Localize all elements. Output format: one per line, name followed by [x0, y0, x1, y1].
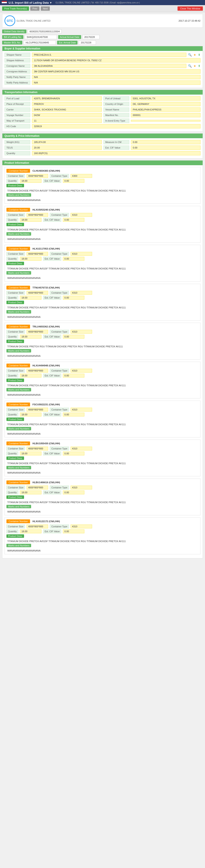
buyer-supplier-header: Buyer & Supplier Information	[2, 46, 203, 51]
c-size-value-8: 4000*800*800	[27, 446, 48, 451]
desc-text-8: TITANIUM DIOXIDE PRETOX AV015F TITANIUM …	[6, 462, 199, 465]
bol-value: SHKQ20191407500	[25, 35, 57, 39]
port-unlead-value: 5301, HOUSTON, TX	[131, 96, 201, 101]
star-icon[interactable]: ★	[194, 53, 196, 57]
c-cif-label-10: Est. CIF Value	[43, 529, 61, 533]
container-block-6: Container Number HLXU4494948 (CN/L/HH) C…	[4, 362, 201, 399]
product-desc-btn-4[interactable]: Product Desc	[6, 301, 24, 304]
consignee-name-row: Consignee Name 3M ALEXANDRIA 🔍 ★ ⬆	[4, 64, 201, 68]
product-desc-btn-1[interactable]: Product Desc	[6, 184, 24, 187]
c-type-value-1: 4300	[71, 174, 92, 178]
marks-btn-9[interactable]: Marks and Numbers	[6, 505, 31, 508]
container-num-value-3: HLXU2117053 (CN/L/HH)	[32, 247, 60, 250]
teus-cif-row: TEUS 20.00 Est. CIF Value 0.00	[4, 146, 201, 150]
close-button[interactable]: Close This Window	[178, 6, 203, 11]
actual-arrival-value: 20170228	[82, 35, 100, 39]
c-qty-label-9: Quantity	[6, 491, 18, 494]
product-desc-btn-9[interactable]: Product Desc	[6, 495, 24, 499]
product-desc-btn-6[interactable]: Product Desc	[6, 379, 24, 382]
consignee-search-icon[interactable]: 🔍	[188, 64, 192, 68]
logo-circle: GTC	[4, 16, 15, 26]
carrier-value: SHKK, SCHOEKS TRUCKING	[32, 107, 102, 112]
transportation-body: Port of Load 42875, BREMERHAVEN Port of …	[2, 95, 203, 131]
product-desc-btn-3[interactable]: Product Desc	[6, 262, 24, 265]
container-size-type-row-4: Container Size 4000*800*800 Container Ty…	[6, 291, 199, 295]
top-bar-subtitle: GLOBAL TRADE ONLINE LIMITED | Tel: 400-7…	[55, 1, 140, 4]
marks-text-3: WANANANANANANANANANA	[6, 276, 199, 280]
product-desc-btn-10[interactable]: Product Desc	[6, 534, 24, 538]
top-bar: U.S. Import Bill of Lading Data ▼ GLOBAL…	[0, 0, 205, 5]
measure-value: 0.00	[131, 140, 201, 144]
c-cif-label-3: Est. CIF Value	[43, 257, 61, 261]
c-cif-value-3: 0.00	[63, 257, 84, 261]
desc-text-9: TITANIUM DIOXIDE PRETOX AV015F TITANIUM …	[6, 501, 199, 504]
product-desc-btn-8[interactable]: Product Desc	[6, 457, 24, 460]
consignee-name-label: Consignee Name	[4, 64, 30, 68]
marks-text-7: WANANANANANANANANANA	[6, 432, 199, 435]
container-num-label-9: Container Number	[6, 480, 30, 484]
est-arrival-label: Est. Arrival Date	[57, 41, 77, 44]
c-type-value-6: 4310	[71, 369, 92, 373]
c-size-label-3: Container Size	[6, 252, 25, 256]
c-size-value-6: 4000*800*800	[27, 369, 48, 373]
marks-btn-3[interactable]: Marks and Numbers	[6, 271, 31, 275]
c-type-label-8: Container Type	[50, 446, 69, 451]
product-desc-btn-5[interactable]: Product Desc	[6, 340, 24, 343]
marks-btn-7[interactable]: Marks and Numbers	[6, 427, 31, 430]
c-size-label-10: Container Size	[6, 525, 25, 528]
carrier-vessel-row: Carrier SHKK, SCHOEKS TRUCKING Vessel Na…	[4, 107, 201, 112]
consignee-star-icon[interactable]: ★	[194, 64, 196, 68]
product-desc-btn-2[interactable]: Product Desc	[6, 223, 24, 226]
marks-text-10: WANANANANANANANANANA	[6, 549, 199, 552]
marks-text-9: WANANANANANANANANANA	[6, 510, 199, 514]
c-qty-label-10: Quantity	[6, 529, 18, 533]
c-type-value-9: 4310	[71, 486, 92, 489]
search-icon[interactable]: 🔍	[188, 53, 192, 57]
print-button[interactable]: Print Trade Record(s)	[2, 6, 29, 11]
notify-party-label: Notify Party Name	[4, 75, 30, 79]
c-type-label-1: Container Type	[50, 174, 69, 178]
consignee-upload-icon[interactable]: ⬆	[198, 64, 201, 68]
container-block-10: Container Number HLXU5122172 (CN/L/HH) C…	[4, 518, 201, 554]
marks-btn-4[interactable]: Marks and Numbers	[6, 310, 31, 313]
c-size-label-5: Container Size	[6, 330, 25, 334]
container-num-value-6: HLXU4494948 (CN/L/HH)	[32, 364, 60, 367]
est-arrival-value: 20170228	[79, 40, 96, 45]
c-qty-label-7: Quantity	[6, 412, 18, 416]
logo-subtitle: GLOBAL TRADE ONLINE LIMITED	[17, 20, 50, 22]
quantity-row: Quantity 160.00(PCS)	[4, 151, 201, 155]
prev-button[interactable]: Prev	[30, 6, 40, 11]
marks-btn-5[interactable]: Marks and Numbers	[6, 349, 31, 352]
container-block-3: Container Number HLXU2117053 (CN/L/HH) C…	[4, 245, 201, 282]
consignee-name-value: 3M ALEXANDRIA	[32, 64, 186, 68]
est-cif-label: Est. CIF Value	[103, 146, 129, 150]
master-bol-label: Master BOL No.	[2, 41, 22, 44]
marks-btn-8[interactable]: Marks and Numbers	[6, 466, 31, 469]
container-num-label-1: Container Number	[6, 169, 30, 173]
header-date: 2017-10-27 15:48:42	[179, 20, 201, 22]
hs-code-row: HS Code 320619	[4, 124, 201, 128]
c-size-value-3: 4000*800*800	[27, 252, 48, 256]
next-button[interactable]: Next	[41, 6, 50, 11]
c-type-label-4: Container Type	[50, 291, 69, 295]
container-num-value-7: FSCU5922231 (CN/L/HH)	[32, 403, 60, 406]
upload-icon[interactable]: ⬆	[198, 53, 201, 57]
marks-btn-10[interactable]: Marks and Numbers	[6, 544, 31, 547]
marks-btn-2[interactable]: Marks and Numbers	[6, 232, 31, 236]
c-type-value-5: 4310	[71, 330, 92, 334]
marks-btn-6[interactable]: Marks and Numbers	[6, 388, 31, 392]
teus-label: TEUS	[4, 146, 30, 150]
marks-btn-1[interactable]: Marks and Numbers	[6, 193, 31, 197]
buyer-supplier-section: Buyer & Supplier Information Shipper Nam…	[2, 46, 203, 88]
c-type-label-10: Container Type	[50, 525, 69, 528]
vessel-label: Vessel Name	[103, 107, 129, 112]
desc-text-1: TITANIUM DIOXIDE PRETOX AV015F TITANIUM …	[6, 189, 199, 192]
container-qty-cif-row-5: Quantity 18.00 Est. CIF Value 0.00	[6, 335, 199, 339]
voyage-manifest-row: Voyage Number 042W Manifest No. 000001	[4, 113, 201, 117]
desc-text-7: TITANIUM DIOXIDE PRETOX AV015F TITANIUM …	[6, 423, 199, 426]
c-cif-label-2: Est. CIF Value	[43, 218, 61, 222]
product-desc-btn-7[interactable]: Product Desc	[6, 417, 24, 421]
container-size-type-row-1: Container Size 4000*800*800 Container Ty…	[6, 174, 199, 178]
bol-row: Bill of Lading No. SHKQ20191407500 Actua…	[2, 35, 203, 39]
container-size-type-row-5: Container Size 4000*800*800 Container Ty…	[6, 330, 199, 334]
